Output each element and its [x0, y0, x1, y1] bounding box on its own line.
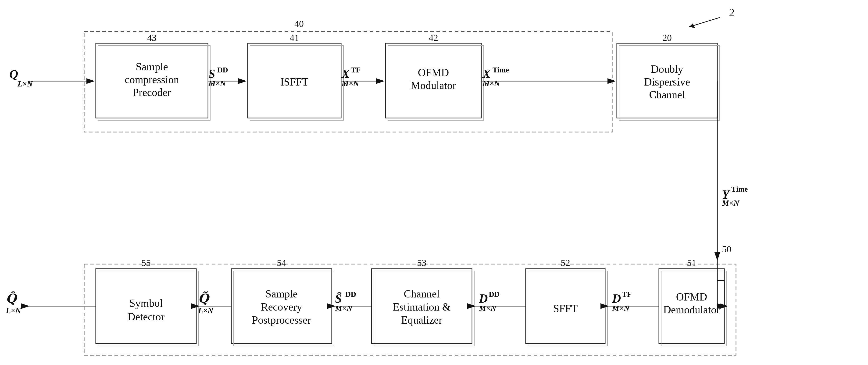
block-label-ofmd-mod-1: OFMD — [418, 67, 449, 79]
signal-Q-LN: Q — [9, 67, 18, 81]
signal-Y-Time-sup: Time — [731, 185, 748, 193]
block-label-sample-recovery-3: Postprocesser — [252, 314, 311, 326]
block-label-ofmd-demod-1: OFMD — [676, 291, 707, 303]
block-num-53: 53 — [417, 257, 426, 268]
signal-Q-tilde: Q̃ — [198, 292, 210, 305]
block-label-channel-est-3: Equalizer — [401, 314, 442, 326]
block-label-sample-compression-2: compression — [125, 73, 179, 86]
signal-D-DD-sub: M×N — [479, 304, 497, 312]
top-group-number: 40 — [294, 19, 304, 29]
block-label-sfft: SFFT — [553, 303, 578, 314]
signal-S-DD-sup: DD — [217, 66, 228, 74]
signal-S-DD-sub: M×N — [208, 79, 226, 88]
block-label-sample-recovery-1: Sample — [266, 288, 298, 300]
signal-D-TF: D — [612, 292, 621, 305]
signal-S-hat-DD-sub: M×N — [335, 304, 353, 312]
block-label-ofmd-demod-2: Demodulator — [663, 304, 720, 316]
block-label-doubly-3: Channel — [649, 89, 685, 101]
signal-X-TF: X — [341, 67, 350, 81]
signal-X-TF-sup: TF — [351, 66, 361, 74]
block-label-doubly-2: Dispersive — [644, 76, 690, 88]
block-num-42: 42 — [429, 32, 438, 43]
signal-X-Time-sup: Time — [493, 66, 509, 74]
ref-50: 50 — [722, 244, 731, 254]
signal-X-Time-sub: M×N — [482, 79, 500, 88]
signal-D-TF-sub: M×N — [612, 304, 630, 312]
signal-D-TF-sup: TF — [622, 290, 631, 298]
block-label-sample-compression-1: Sample — [136, 61, 168, 73]
block-label-ofmd-mod-2: Modulator — [411, 80, 456, 91]
signal-X-Time: X — [482, 67, 491, 81]
block-num-20: 20 — [662, 32, 672, 43]
signal-Q-hat-sub: L×N — [6, 306, 21, 315]
block-num-43: 43 — [147, 32, 157, 43]
signal-D-DD-sup: DD — [489, 290, 500, 298]
signal-Q-hat: Q̂ — [6, 292, 18, 305]
signal-S-hat-DD: Ŝ — [335, 292, 342, 305]
block-label-isfft: ISFFT — [280, 76, 308, 88]
block-label-symbol-detector-2: Detector — [128, 311, 164, 323]
block-num-52: 52 — [561, 257, 570, 268]
block-label-symbol-detector-1: Symbol — [129, 297, 163, 309]
signal-Y-Time-sub: M×N — [722, 199, 740, 207]
signal-Q-LN-sub: L×N — [17, 80, 33, 88]
ref-number-2: 2 — [729, 6, 735, 19]
block-label-sample-recovery-2: Recovery — [261, 301, 302, 313]
signal-S-hat-DD-sup: DD — [345, 290, 356, 298]
block-num-54: 54 — [277, 257, 286, 268]
diagram-container: 2 40 Sample compression Precoder 43 ISFF… — [0, 0, 868, 365]
block-label-channel-est-2: Estimation & — [393, 301, 451, 313]
signal-X-TF-sub: M×N — [341, 79, 359, 88]
signal-Q-tilde-sub: L×N — [198, 306, 214, 315]
signal-D-DD: D — [479, 292, 488, 305]
block-num-55: 55 — [142, 257, 151, 268]
block-label-doubly-1: Doubly — [651, 63, 683, 75]
block-label-channel-est-1: Channel — [404, 288, 439, 300]
block-num-51: 51 — [687, 257, 696, 268]
signal-S-DD: S — [209, 67, 215, 81]
block-num-41: 41 — [290, 32, 299, 43]
block-label-sample-compression-3: Precoder — [133, 87, 171, 98]
